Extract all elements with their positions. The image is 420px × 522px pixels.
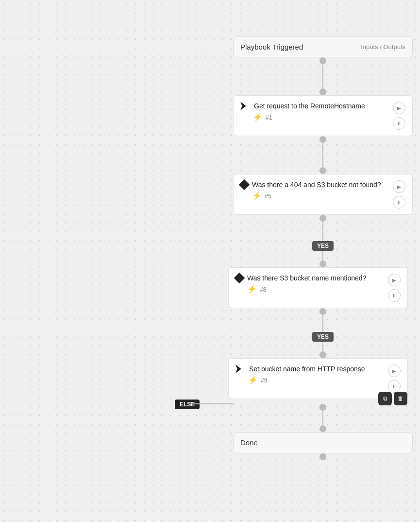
step8-actions: ▶ ⏸	[388, 274, 401, 302]
play-button[interactable]: ▶	[393, 102, 405, 114]
pause-button[interactable]: ⏸	[388, 380, 401, 393]
connector-4: YES	[312, 308, 334, 358]
lightning-icon: ⚡	[253, 112, 263, 122]
step9-actions: ▶ ⏸	[388, 365, 401, 393]
play-button[interactable]: ▶	[388, 365, 401, 377]
dot	[319, 215, 326, 222]
dot	[319, 425, 326, 432]
line	[322, 411, 323, 425]
step1-card: Get request to the RemoteHostname ⚡ #1 ▶…	[233, 95, 413, 136]
dot	[319, 261, 326, 267]
dot	[319, 404, 326, 411]
lightning-icon: ⚡	[252, 191, 262, 200]
play-button[interactable]: ▶	[388, 274, 401, 286]
arrow-icon	[240, 102, 249, 110]
else-line	[190, 403, 234, 404]
step8-title: Was there S3 bucket name mentioned?	[247, 274, 366, 282]
pause-button[interactable]: ⏸	[393, 196, 405, 209]
delete-button[interactable]: 🗑	[394, 392, 407, 405]
diamond-icon	[234, 273, 245, 284]
copy-button[interactable]: ⧉	[378, 392, 392, 405]
step9-wrapper: Set bucket name from HTTP response ⚡ #9 …	[228, 358, 408, 399]
bottom-actions: ⧉ 🗑	[378, 392, 407, 405]
yes-badge-2: YES	[312, 332, 334, 342]
pause-button[interactable]: ⏸	[393, 117, 405, 130]
step5-number: #5	[265, 193, 271, 200]
connector-2	[319, 136, 326, 174]
dot	[319, 167, 326, 174]
step5-title: Was there a 404 and S3 bucket not found?	[252, 180, 381, 189]
step8-number: #8	[260, 286, 266, 293]
step9-card: Set bucket name from HTTP response ⚡ #9 …	[228, 358, 408, 399]
connector-6	[319, 453, 326, 460]
connector-3: YES	[312, 215, 334, 267]
line	[322, 64, 323, 88]
step9-number: #9	[261, 377, 267, 384]
step1-number: #1	[266, 114, 272, 121]
step5-card: Was there a 404 and S3 bucket not found?…	[233, 174, 413, 215]
lightning-icon: ⚡	[247, 284, 257, 294]
line	[322, 342, 323, 351]
diamond-icon	[239, 179, 250, 191]
dot	[319, 136, 326, 143]
play-button[interactable]: ▶	[393, 180, 405, 193]
trigger-link[interactable]: Inputs / Outputs	[361, 43, 405, 51]
else-badge: ELSE	[175, 400, 200, 409]
dot	[319, 308, 326, 315]
dot	[319, 351, 326, 358]
step1-actions: ▶ ⏸	[393, 102, 405, 130]
done-card: Done	[233, 432, 413, 453]
dot	[319, 453, 326, 460]
done-title: Done	[240, 435, 258, 450]
lightning-icon: ⚡	[248, 375, 258, 384]
trigger-card: Playbook Triggered Inputs / Outputs	[233, 36, 413, 57]
connector-5	[319, 404, 326, 432]
arrow-icon	[235, 365, 244, 373]
flow-container: Playbook Triggered Inputs / Outputs Get …	[228, 36, 418, 460]
step1-title: Get request to the RemoteHostname	[254, 102, 365, 110]
step5-actions: ▶ ⏸	[393, 180, 405, 209]
line	[322, 222, 323, 241]
line	[322, 251, 323, 261]
dot	[319, 57, 326, 64]
step8-card: Was there S3 bucket name mentioned? ⚡ #8…	[228, 267, 408, 308]
pause-button[interactable]: ⏸	[388, 289, 401, 302]
line	[322, 315, 323, 332]
dot	[319, 88, 326, 95]
trigger-title: Playbook Triggered	[240, 43, 303, 51]
yes-badge-1: YES	[312, 241, 334, 251]
step8-wrapper: Was there S3 bucket name mentioned? ⚡ #8…	[228, 267, 408, 308]
step9-title: Set bucket name from HTTP response	[249, 365, 365, 373]
connector-1	[319, 57, 326, 95]
line	[322, 143, 323, 167]
